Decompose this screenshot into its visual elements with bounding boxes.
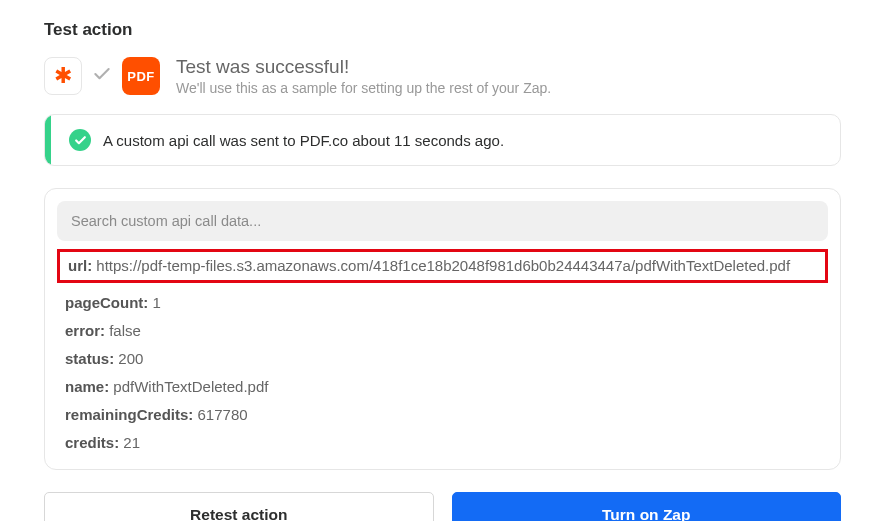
notice-text: A custom api call was sent to PDF.co abo… bbox=[103, 132, 504, 149]
data-row-name[interactable]: name: pdfWithTextDeleted.pdf bbox=[57, 373, 828, 401]
pdf-icon-label: PDF bbox=[127, 69, 155, 84]
data-row-pagecount[interactable]: pageCount: 1 bbox=[57, 289, 828, 317]
retest-button[interactable]: Retest action bbox=[44, 492, 434, 521]
success-subtitle: We'll use this as a sample for setting u… bbox=[176, 80, 551, 96]
success-title: Test was successful! bbox=[176, 56, 551, 78]
data-value: pdfWithTextDeleted.pdf bbox=[113, 378, 268, 395]
data-row-remainingcredits[interactable]: remainingCredits: 617780 bbox=[57, 401, 828, 429]
data-row-status[interactable]: status: 200 bbox=[57, 345, 828, 373]
zapier-star-icon: ✱ bbox=[54, 63, 72, 89]
test-header: ✱ PDF Test was successful! We'll use thi… bbox=[44, 56, 841, 96]
data-row-error[interactable]: error: false bbox=[57, 317, 828, 345]
button-row: Retest action Turn on Zap bbox=[44, 492, 841, 521]
turn-on-zap-button[interactable]: Turn on Zap bbox=[452, 492, 842, 521]
data-value: https://pdf-temp-files.s3.amazonaws.com/… bbox=[96, 257, 790, 274]
data-key: status: bbox=[65, 350, 114, 367]
data-key: credits: bbox=[65, 434, 119, 451]
data-row-url[interactable]: url: https://pdf-temp-files.s3.amazonaws… bbox=[57, 249, 828, 283]
search-input[interactable]: Search custom api call data... bbox=[57, 201, 828, 241]
data-value: 617780 bbox=[198, 406, 248, 423]
data-key: name: bbox=[65, 378, 109, 395]
data-key: pageCount: bbox=[65, 294, 148, 311]
data-key: url: bbox=[68, 257, 92, 274]
success-check-icon bbox=[69, 129, 91, 151]
data-value: false bbox=[109, 322, 141, 339]
check-icon bbox=[92, 64, 112, 88]
section-title: Test action bbox=[44, 20, 841, 40]
data-value: 200 bbox=[118, 350, 143, 367]
data-value: 21 bbox=[123, 434, 140, 451]
data-key: error: bbox=[65, 322, 105, 339]
data-key: remainingCredits: bbox=[65, 406, 193, 423]
data-row-credits[interactable]: credits: 21 bbox=[57, 429, 828, 457]
pdfco-app-icon: PDF bbox=[122, 57, 160, 95]
data-value: 1 bbox=[153, 294, 161, 311]
results-card: Search custom api call data... url: http… bbox=[44, 188, 841, 470]
notice-bar: A custom api call was sent to PDF.co abo… bbox=[44, 114, 841, 166]
zapier-app-icon: ✱ bbox=[44, 57, 82, 95]
header-text: Test was successful! We'll use this as a… bbox=[176, 56, 551, 96]
